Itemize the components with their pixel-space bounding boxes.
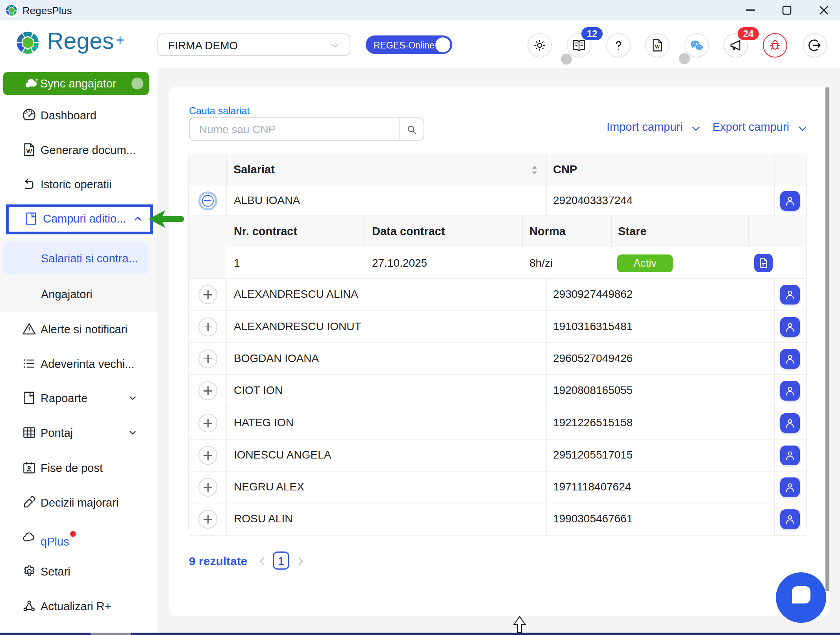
svg-text:w: w (655, 43, 660, 50)
svg-text:W: W (26, 148, 32, 154)
